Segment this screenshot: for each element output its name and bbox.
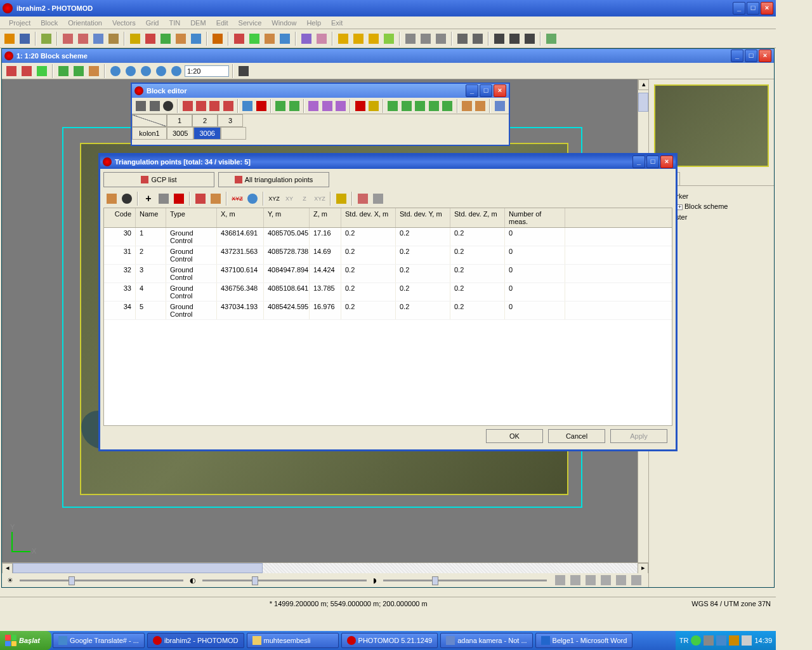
- tab-gcp-list[interactable]: GCP list: [103, 172, 214, 187]
- maximize-button[interactable]: □: [646, 156, 659, 168]
- horizontal-scrollbar[interactable]: ◂▸: [2, 562, 648, 573]
- grid-cell-selected[interactable]: 3006: [193, 127, 220, 140]
- minimize-button[interactable]: _: [466, 84, 478, 97]
- col-header[interactable]: 3: [218, 114, 243, 127]
- tool-icon[interactable]: [241, 99, 254, 113]
- clock[interactable]: 14:39: [754, 637, 772, 644]
- col-header[interactable]: 2: [192, 114, 218, 127]
- view-mode-icon[interactable]: [568, 573, 582, 587]
- tool-icon[interactable]: [334, 99, 347, 113]
- apply-button[interactable]: Apply: [610, 429, 667, 443]
- delete-icon[interactable]: [353, 99, 366, 113]
- maximize-button[interactable]: □: [480, 84, 492, 97]
- tool-icon[interactable]: [471, 32, 485, 46]
- triangulation-titlebar[interactable]: Triangulation points [total: 34 / visibl…: [100, 155, 676, 169]
- col-header[interactable]: 1: [167, 114, 192, 127]
- tool-icon[interactable]: [20, 64, 34, 78]
- delete-icon[interactable]: [172, 192, 186, 206]
- minimize-button[interactable]: _: [632, 156, 645, 168]
- tool-icon[interactable]: [35, 64, 49, 78]
- tool-icon[interactable]: [56, 64, 70, 78]
- xyz-label-icon[interactable]: XYZ: [267, 192, 281, 206]
- tool-icon[interactable]: [382, 32, 396, 46]
- menu-project[interactable]: Project: [4, 18, 36, 27]
- menu-service[interactable]: Service: [233, 18, 267, 27]
- block-editor-titlebar[interactable]: Block editor _ □ ×: [132, 84, 509, 98]
- th-type[interactable]: Type: [166, 208, 217, 227]
- ok-button[interactable]: OK: [486, 429, 543, 443]
- zoom-icon[interactable]: [169, 64, 183, 78]
- tool-icon[interactable]: [87, 64, 101, 78]
- tool-icon[interactable]: [211, 32, 225, 46]
- tool-icon[interactable]: [39, 32, 53, 46]
- tool-icon[interactable]: [474, 99, 487, 113]
- tool-icon[interactable]: [400, 99, 413, 113]
- th-sx[interactable]: Std. dev. X, m: [341, 208, 396, 227]
- th-x[interactable]: X, m: [217, 208, 264, 227]
- tool-icon[interactable]: [222, 99, 235, 113]
- close-button[interactable]: ×: [761, 2, 773, 15]
- taskbar-item[interactable]: Belge1 - Microsoft Word: [535, 633, 633, 648]
- tool-icon[interactable]: [336, 32, 350, 46]
- brightness-slider[interactable]: [20, 580, 183, 581]
- add-icon[interactable]: +: [141, 192, 155, 206]
- redo-icon[interactable]: [419, 32, 433, 46]
- view-mode-icon[interactable]: [629, 573, 643, 587]
- tool-icon[interactable]: [434, 32, 448, 46]
- menu-exit[interactable]: Exit: [326, 18, 348, 27]
- menu-help[interactable]: Help: [301, 18, 326, 27]
- main-titlebar[interactable]: ibrahim2 - PHOTOMOD _ □ ×: [0, 0, 776, 17]
- tool-icon[interactable]: [356, 192, 370, 206]
- table-row[interactable]: 334Ground Control436756.3484085108.64113…: [104, 283, 672, 302]
- start-button[interactable]: Başlat: [0, 631, 51, 650]
- tool-icon[interactable]: [18, 32, 32, 46]
- tab-all-triangulation[interactable]: All triangulation points: [218, 172, 329, 187]
- tool-icon[interactable]: [351, 32, 365, 46]
- tool-icon[interactable]: [181, 99, 193, 113]
- tool-icon[interactable]: [371, 192, 385, 206]
- table-row[interactable]: 312Ground Control437231.5634085728.73814…: [104, 246, 672, 265]
- taskbar-item[interactable]: PHOTOMOD 5.21.1249: [341, 633, 438, 648]
- tool-icon[interactable]: [299, 32, 313, 46]
- taskbar-item[interactable]: ibrahim2 - PHOTOMOD: [147, 633, 244, 648]
- tool-icon[interactable]: [367, 32, 381, 46]
- xy-label-icon[interactable]: XY: [282, 192, 296, 206]
- zoom-input[interactable]: [185, 65, 229, 77]
- th-name[interactable]: Name: [136, 208, 166, 227]
- view-mode-icon[interactable]: [553, 573, 567, 587]
- undo-icon[interactable]: [403, 32, 417, 46]
- tool-icon[interactable]: [195, 99, 207, 113]
- view-mode-icon[interactable]: [584, 573, 598, 587]
- contrast-slider[interactable]: [202, 580, 366, 581]
- xyz-icon[interactable]: XYZ: [230, 192, 244, 206]
- tool-icon[interactable]: [414, 99, 426, 113]
- tool-icon[interactable]: [315, 32, 329, 46]
- grid-cell[interactable]: 3005: [167, 127, 193, 140]
- maximize-button[interactable]: □: [747, 2, 759, 15]
- tool-icon[interactable]: [247, 32, 261, 46]
- tool-icon[interactable]: [428, 99, 440, 113]
- tool-icon[interactable]: [508, 32, 521, 46]
- tray-icon[interactable]: [729, 635, 739, 646]
- language-indicator[interactable]: TR: [679, 637, 689, 644]
- tool-icon[interactable]: [386, 99, 399, 113]
- menu-dem[interactable]: DEM: [185, 18, 211, 27]
- tool-icon[interactable]: [189, 32, 203, 46]
- zoom-in-icon[interactable]: [108, 64, 122, 78]
- taskbar-item[interactable]: Google Translate# - ...: [53, 633, 145, 648]
- minimize-button[interactable]: _: [733, 2, 745, 15]
- minimize-button[interactable]: _: [731, 50, 743, 62]
- tray-icon[interactable]: [691, 635, 701, 646]
- tool-icon[interactable]: [128, 32, 142, 46]
- tray-icon[interactable]: [704, 635, 714, 646]
- tool-icon[interactable]: [523, 32, 537, 46]
- menu-vectors[interactable]: Vectors: [107, 18, 141, 27]
- menu-block[interactable]: Block: [36, 18, 63, 27]
- cancel-button[interactable]: Cancel: [548, 429, 605, 443]
- tool-icon[interactable]: [455, 32, 469, 46]
- view-mode-icon[interactable]: [599, 573, 613, 587]
- row-label[interactable]: kolon1: [132, 127, 167, 140]
- tool-icon[interactable]: [61, 32, 75, 46]
- tool-icon[interactable]: [208, 99, 221, 113]
- zoom-icon[interactable]: [154, 64, 168, 78]
